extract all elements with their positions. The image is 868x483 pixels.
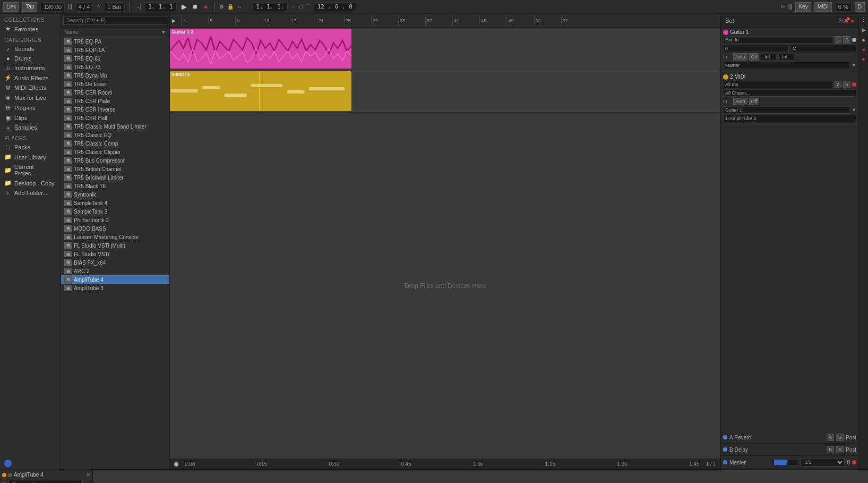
b-delay-letter[interactable]: B	[827, 446, 834, 453]
link-button[interactable]: Link	[3, 2, 19, 12]
browser-item[interactable]: ⊞TR5 CSR Room	[61, 88, 169, 97]
guitar-number-btn[interactable]: 1	[835, 36, 841, 44]
browser-item[interactable]: ⊞TR5 Classic Comp	[61, 139, 169, 148]
browser-item[interactable]: ⊞ARC 2	[61, 267, 169, 275]
bpm-display[interactable]: 120.00	[40, 2, 65, 12]
guitar-vol-2[interactable]: C	[790, 45, 856, 52]
sidebar-item-sounds[interactable]: ♪ Sounds	[0, 44, 61, 54]
browser-item[interactable]: ⊞SampleTank 4	[61, 199, 169, 207]
loop-indicator[interactable]	[4, 460, 12, 467]
browser-list: ⊞TR5 EQ-PA⊞TR5 EQP-1A⊞TR5 EQ-81⊞TR5 EQ-7…	[61, 37, 169, 469]
mixer-record-btn[interactable]: ●	[850, 18, 854, 24]
mixer-collapse-btn[interactable]: ⊙	[838, 17, 843, 24]
sidebar-item-user-library[interactable]: 📁 User Library	[0, 152, 61, 162]
guitar-clip[interactable]: Guitar 1 2	[170, 29, 351, 69]
drop-zone[interactable]: Drop Files and Devices Here	[170, 113, 720, 459]
midi-routing-arrow[interactable]: ▼	[852, 107, 856, 113]
browser-item[interactable]: ⊞Syntronik	[61, 190, 169, 199]
sidebar-item-favorites[interactable]: ★ Favorites	[0, 24, 61, 34]
mixer-pin-btn[interactable]: 📌	[843, 17, 850, 24]
guitar-vol-1[interactable]: 0	[723, 45, 789, 52]
browser-item[interactable]: ⊞TR5 Bus Compressor	[61, 156, 169, 165]
browser-item[interactable]: ⊞TR5 EQ-PA	[61, 37, 169, 46]
browser-item[interactable]: ⊞Lurssen Mastering Console	[61, 233, 169, 241]
browser-item[interactable]: ⊞MODO BASS	[61, 224, 169, 233]
midi-input-display[interactable]: All Ins	[723, 81, 833, 88]
record-button[interactable]: ●	[202, 3, 209, 11]
browser-item[interactable]: ⊞SampleTank 3	[61, 207, 169, 216]
browser-item[interactable]: ⊞TR5 Brickwall Limiter	[61, 173, 169, 182]
effects-zone[interactable]: Drop Audio Effects Here	[93, 470, 868, 483]
midi-timeline[interactable]: 2-MIDI 3	[170, 70, 720, 112]
browser-item[interactable]: ⊞Philharmonik 2	[61, 216, 169, 224]
midi-auto-btn[interactable]: Auto	[733, 98, 747, 105]
master-quantize[interactable]: 1/2 1/4	[801, 458, 845, 467]
midi-s-btn[interactable]: S	[843, 81, 850, 88]
sidebar-item-plug-ins[interactable]: ⊞ Plug-ins	[0, 103, 61, 113]
browser-item[interactable]: ⊞TR5 British Channel	[61, 165, 169, 173]
sidebar-item-packs[interactable]: □ Packs	[0, 142, 61, 152]
sidebar-item-max-for-live[interactable]: ◈ Max for Live	[0, 92, 61, 103]
a-reverb-letter[interactable]: A	[827, 434, 834, 441]
io-icon[interactable]: ⋮	[860, 16, 867, 24]
browser-item[interactable]: ⊞TR5 Black 76	[61, 182, 169, 190]
search-input[interactable]	[63, 16, 167, 25]
play-button[interactable]: ▶	[180, 3, 188, 11]
browser-item[interactable]: ⊞TR5 EQ-73	[61, 63, 169, 71]
red-dot-icon-2[interactable]: ●	[861, 55, 866, 63]
a-reverb-s[interactable]: S	[836, 434, 844, 441]
browser-item[interactable]: ⊞TR5 EQ-81	[61, 54, 169, 63]
guitar-routing-display[interactable]: Master	[723, 62, 850, 69]
red-dot-icon-1[interactable]: ●	[861, 46, 866, 53]
sidebar-item-current-project[interactable]: 📁 Current Projec...	[0, 162, 61, 178]
orange-dot-icon[interactable]: ●	[861, 36, 866, 44]
browser-item[interactable]: ⊞TR5 Classic Clipper	[61, 148, 169, 156]
device-close-btn[interactable]: ✕	[86, 472, 90, 478]
key-button[interactable]: Key	[795, 2, 811, 12]
stop-button[interactable]: ■	[192, 3, 199, 11]
browser-item[interactable]: ⊞TR5 De Esser	[61, 80, 169, 88]
browser-item[interactable]: ⊞TR5 EQP-1A	[61, 46, 169, 54]
fold-icon[interactable]: ▶	[861, 26, 866, 34]
browser-item[interactable]: ⊞TR5 CSR Inverse	[61, 105, 169, 114]
tap-button[interactable]: Tap	[22, 2, 37, 12]
guitar-routing-arrow[interactable]: ▼	[852, 63, 856, 68]
sort-button[interactable]: ▼	[161, 29, 166, 35]
browser-item[interactable]: ⊞TR5 CSR Plate	[61, 97, 169, 105]
sidebar-item-audio-effects[interactable]: ⚡ Audio Effects	[0, 73, 61, 83]
program-select[interactable]: Program 0	[8, 480, 83, 483]
guitar-input-display[interactable]: Ext. In	[723, 36, 833, 44]
browser-item[interactable]: ⊞AmpliTube 4	[61, 275, 169, 284]
midi-routing-display[interactable]: Guitar 1	[723, 106, 850, 114]
midi-all-chan[interactable]: All Chann...	[723, 89, 856, 97]
sidebar-item-clips[interactable]: ▣ Clips	[0, 113, 61, 123]
browser-item[interactable]: ⊞TR5 CSR Hall	[61, 114, 169, 122]
browser-item[interactable]: ⊞BIAS FX_x64	[61, 258, 169, 267]
guitar-timeline[interactable]: Guitar 1 2	[170, 28, 720, 70]
midi-button[interactable]: MIDI	[814, 2, 832, 12]
browser-item[interactable]: ⊞TR5 Classic Multi Band Limiter	[61, 122, 169, 131]
browser-item[interactable]: ⊞FL Studio VSTi	[61, 250, 169, 258]
midi-number-btn[interactable]: 2	[835, 81, 841, 88]
midi-off-btn[interactable]: Off	[749, 98, 760, 105]
sidebar-item-desktop-copy[interactable]: 📁 Desktop - Copy	[0, 178, 61, 188]
sidebar-item-drums[interactable]: ● Drums	[0, 54, 61, 63]
sidebar-item-instruments[interactable]: ♫ Instruments	[0, 63, 61, 73]
midi-clip[interactable]: 2-MIDI 3	[170, 71, 351, 111]
guitar-off-btn[interactable]: Off	[749, 53, 760, 61]
sidebar-item-add-folder[interactable]: + Add Folder...	[0, 188, 61, 198]
time-sig-display[interactable]: 4 / 4	[75, 2, 93, 12]
quantize-display[interactable]: 1 Bar	[104, 2, 124, 12]
browser-item[interactable]: ⊞AmpliTube 3	[61, 284, 169, 292]
master-meter[interactable]	[772, 459, 798, 465]
browser-item[interactable]: ⊞FL Studio VSTi (Multi)	[61, 241, 169, 250]
browser-item[interactable]: ⊞TR5 Dyna-Mu	[61, 71, 169, 80]
guitar-s-btn[interactable]: S	[843, 36, 850, 44]
midi-device-display[interactable]: 1-AmpliTube 4	[723, 115, 856, 122]
b-delay-s[interactable]: S	[836, 446, 844, 453]
browser-item[interactable]: ⊞TR5 Classic EQ	[61, 131, 169, 139]
d-button[interactable]: D	[855, 2, 865, 12]
sidebar-item-midi-effects[interactable]: M MIDI Effects	[0, 83, 61, 92]
sidebar-item-samples[interactable]: ≈ Samples	[0, 123, 61, 132]
guitar-auto-btn[interactable]: Auto	[733, 53, 747, 61]
